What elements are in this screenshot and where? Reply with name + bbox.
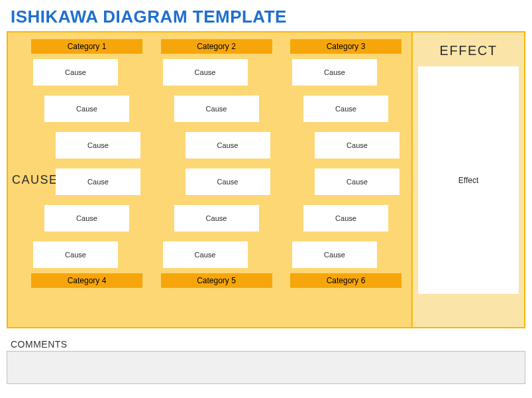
- category-box-2[interactable]: Category 2: [161, 39, 272, 54]
- cause-ladder: Cause Cause Cause Cause Cause Cause Caus…: [31, 59, 401, 268]
- category-box-3[interactable]: Category 3: [290, 39, 401, 54]
- comments-input[interactable]: [7, 351, 525, 384]
- cause-box[interactable]: Cause: [186, 132, 270, 159]
- cause-box[interactable]: Cause: [315, 132, 399, 159]
- category-row-top: Category 1 Category 2 Category 3: [31, 39, 401, 54]
- cause-box[interactable]: Cause: [174, 205, 259, 232]
- cause-box[interactable]: Cause: [174, 96, 259, 122]
- category-row-bottom: Category 4 Category 5 Category 6: [31, 273, 401, 288]
- cause-row: Cause Cause Cause: [31, 168, 401, 195]
- category-box-1[interactable]: Category 1: [31, 39, 142, 54]
- cause-box[interactable]: Cause: [56, 132, 140, 159]
- cause-box[interactable]: Cause: [44, 205, 129, 232]
- cause-panel: CAUSE Category 1 Category 2 Category 3 C…: [8, 33, 411, 327]
- category-box-4[interactable]: Category 4: [31, 273, 142, 288]
- cause-box[interactable]: Cause: [163, 59, 248, 86]
- cause-box[interactable]: Cause: [303, 205, 388, 232]
- cause-box[interactable]: Cause: [315, 168, 399, 195]
- cause-box[interactable]: Cause: [33, 241, 118, 268]
- effect-header: EFFECT: [440, 43, 498, 58]
- effect-panel: EFFECT Effect: [411, 33, 524, 327]
- cause-box[interactable]: Cause: [186, 168, 270, 195]
- cause-box[interactable]: Cause: [56, 168, 140, 195]
- cause-box[interactable]: Cause: [33, 59, 118, 86]
- cause-box[interactable]: Cause: [292, 59, 377, 86]
- cause-box[interactable]: Cause: [44, 96, 129, 122]
- page-title: ISHIKAWA DIAGRAM TEMPLATE: [11, 7, 525, 27]
- cause-row: Cause Cause Cause: [31, 96, 401, 122]
- cause-row: Cause Cause Cause: [31, 241, 401, 268]
- cause-box[interactable]: Cause: [292, 241, 377, 268]
- cause-box[interactable]: Cause: [303, 96, 388, 122]
- category-box-5[interactable]: Category 5: [161, 273, 272, 288]
- cause-row: Cause Cause Cause: [31, 59, 401, 86]
- comments-label: COMMENTS: [11, 339, 525, 350]
- cause-row: Cause Cause Cause: [31, 205, 401, 232]
- category-box-6[interactable]: Category 6: [290, 273, 401, 288]
- effect-box[interactable]: Effect: [418, 66, 519, 294]
- diagram-frame: CAUSE Category 1 Category 2 Category 3 C…: [7, 31, 525, 328]
- cause-box[interactable]: Cause: [163, 241, 248, 268]
- cause-row: Cause Cause Cause: [31, 132, 401, 159]
